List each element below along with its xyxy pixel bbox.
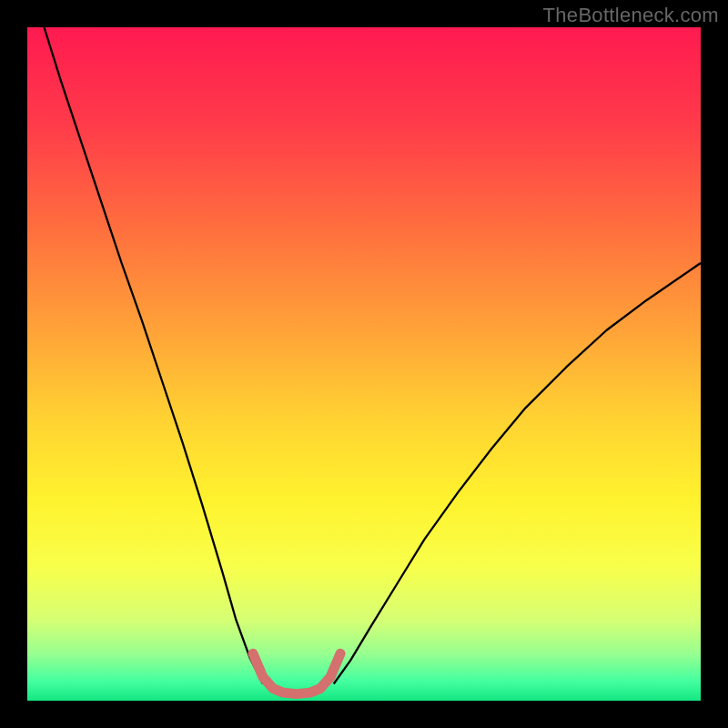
gradient-background (27, 27, 701, 701)
chart-frame: TheBottleneck.com (0, 0, 728, 728)
plot-area (27, 27, 701, 701)
chart-svg (27, 27, 701, 701)
watermark-text: TheBottleneck.com (543, 4, 719, 27)
